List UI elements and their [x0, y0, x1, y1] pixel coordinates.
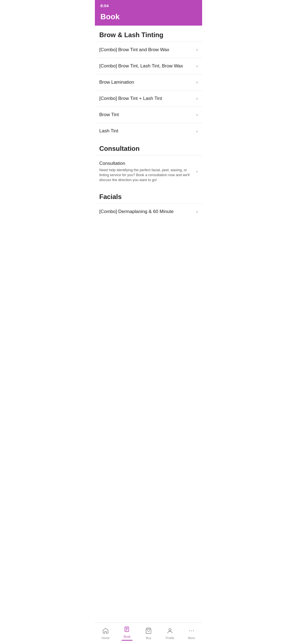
chevron-right-icon: ›: [196, 96, 198, 101]
item-title: [Combo] Brow Tint and Brow Wax: [99, 47, 193, 53]
section-consultation: Consultation Consultation Need help iden…: [95, 139, 202, 188]
list-item-brow-lamination[interactable]: Brow Lamination ›: [95, 74, 202, 90]
list-item-combo-brow-lash-wax[interactable]: [Combo] Brow Tint, Lash Tint, Brow Wax ›: [95, 58, 202, 74]
section-brow-lash: Brow & Lash Tinting [Combo] Brow Tint an…: [95, 26, 202, 139]
chevron-right-icon: ›: [196, 209, 198, 214]
list-item-brow-tint[interactable]: Brow Tint ›: [95, 107, 202, 123]
list-item-combo-brow-lash-tint[interactable]: [Combo] Brow Tint + Lash Tint ›: [95, 90, 202, 107]
item-title: Brow Tint: [99, 112, 193, 118]
status-bar: 8:04: [95, 0, 202, 10]
list-item-combo-brow-tint-wax[interactable]: [Combo] Brow Tint and Brow Wax ›: [95, 42, 202, 58]
status-time: 8:04: [100, 3, 109, 8]
item-title: Consultation: [99, 160, 193, 167]
item-title: [Combo] Dermaplaning & 60 Minute: [99, 209, 193, 215]
item-title: [Combo] Brow Tint, Lash Tint, Brow Wax: [99, 63, 193, 69]
section-heading-consultation: Consultation: [95, 139, 202, 155]
chevron-right-icon: ›: [196, 129, 198, 134]
section-facials: Facials [Combo] Dermaplaning & 60 Minute…: [95, 187, 202, 220]
list-item-consultation[interactable]: Consultation Need help identifying the p…: [95, 155, 202, 188]
item-description: Need help identifying the perfect facial…: [99, 168, 193, 183]
section-heading-brow-lash: Brow & Lash Tinting: [95, 26, 202, 42]
list-item-lash-tint[interactable]: Lash Tint ›: [95, 123, 202, 139]
page-title: Book: [100, 12, 197, 21]
content-area: Brow & Lash Tinting [Combo] Brow Tint an…: [95, 26, 202, 242]
section-heading-facials: Facials: [95, 187, 202, 203]
chevron-right-icon: ›: [196, 80, 198, 85]
list-item-combo-dermaplaning[interactable]: [Combo] Dermaplaning & 60 Minute ›: [95, 203, 202, 220]
item-title: [Combo] Brow Tint + Lash Tint: [99, 95, 193, 102]
chevron-right-icon: ›: [196, 47, 198, 52]
chevron-right-icon: ›: [196, 112, 198, 117]
item-title: Lash Tint: [99, 128, 193, 134]
chevron-right-icon: ›: [196, 169, 198, 174]
header: Book: [95, 10, 202, 26]
chevron-right-icon: ›: [196, 64, 198, 69]
item-title: Brow Lamination: [99, 79, 193, 85]
